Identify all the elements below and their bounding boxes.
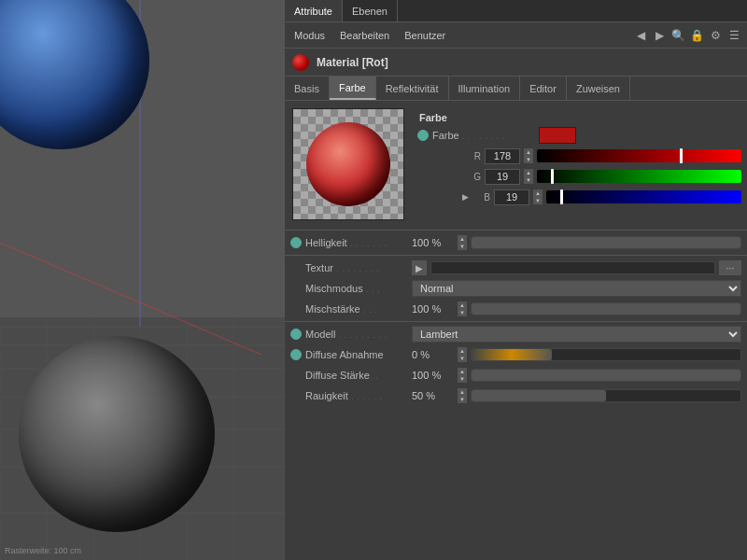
arrow-right-icon[interactable]: ▶ [652,28,667,43]
farbe-dot[interactable] [417,130,429,141]
modell-label: Modell . . . . . . . . . [305,329,408,340]
b-label: B [477,192,490,203]
diffuse-abnahme-down-btn[interactable]: ▼ [458,355,467,362]
toolbar-benutzer[interactable]: Benutzer [401,28,449,43]
modell-dropdown[interactable]: Lambert Phong Blinn [412,326,741,343]
modell-dot[interactable] [290,329,302,340]
tab-ebenen[interactable]: Ebenen [343,0,398,21]
diffuse-staerke-stepper[interactable]: ▲ ▼ [458,368,467,383]
toolbar-bearbeiten[interactable]: Bearbeiten [336,28,393,43]
diffuse-abnahme-label: Diffuse Abnahme [305,349,408,360]
textur-arrow-btn[interactable]: ▶ [412,260,427,275]
helligkeit-down-btn[interactable]: ▼ [458,243,467,250]
helligkeit-bar-wrap [471,236,741,249]
mischstaerke-stepper[interactable]: ▲ ▼ [458,301,467,316]
diffuse-staerke-bar [471,369,741,382]
toolbar-modus[interactable]: Modus [290,28,329,43]
mischmodus-row: Mischmodus . . . Normal Multiplizieren Ü… [285,278,747,299]
mischstaerke-up-btn[interactable]: ▲ [458,301,467,309]
mischstaerke-value: 100 % [412,303,454,315]
mischstaerke-label: Mischstärke . . . [305,303,408,315]
rauigkeit-label: Rauigkeit . . . . . . [305,390,408,401]
subtab-editor[interactable]: Editor [520,77,567,100]
preview-sphere [306,122,390,206]
textur-label: Textur . . . . . . . . [305,262,408,273]
panel-content: Farbe Farbe . . . . . . . . R ▲ ▼ [285,101,747,560]
g-label: G [468,172,481,182]
farbe-label: Farbe . . . . . . . . [432,130,535,141]
g-down-btn[interactable]: ▼ [524,176,533,184]
diffuse-abnahme-value: 0 % [412,349,454,360]
r-value-input[interactable] [485,148,520,164]
b-down-btn[interactable]: ▼ [533,197,543,204]
g-bar-wrap [537,170,741,183]
divider-3 [285,321,747,322]
mischmodus-label: Mischmodus . . . [305,283,408,294]
subtab-farbe[interactable]: Farbe [330,77,376,100]
dark-sphere [19,336,215,532]
subtab-illumination[interactable]: Illumination [449,77,521,100]
rauigkeit-up-btn[interactable]: ▲ [458,388,467,396]
menu-icon[interactable]: ☰ [726,28,741,43]
subtab-zuweisen[interactable]: Zuweisen [567,77,630,100]
preview-background [292,108,404,220]
viewport-label: Rasterweite: 100 cm [5,546,81,555]
diffuse-staerke-fill [472,370,740,381]
toolbar: Modus Bearbeiten Benutzer ◀ ▶ 🔍 🔒 ⚙ ☰ [285,22,747,49]
toolbar-right: ◀ ▶ 🔍 🔒 ⚙ ☰ [633,28,741,43]
farbe-color-swatch[interactable] [539,127,576,144]
subtab-reflektivitaet[interactable]: Reflektivität [376,77,449,100]
rauigkeit-fill [472,390,606,401]
panel-top-tabs: Attribute Ebenen [285,0,747,22]
helligkeit-up-btn[interactable]: ▲ [458,235,467,243]
g-value-input[interactable] [485,169,520,185]
material-header: Material [Rot] [285,49,747,77]
mischmodus-dropdown[interactable]: Normal Multiplizieren Überlagern [412,280,741,297]
mischstaerke-down-btn[interactable]: ▼ [458,309,467,316]
b-bar-wrap [546,190,741,203]
tab-attribute[interactable]: Attribute [285,0,343,21]
textur-bar [430,261,715,274]
rauigkeit-value: 50 % [412,390,454,401]
main-layout: Rasterweite: 100 cm Attribute Ebenen Mod… [0,0,747,560]
g-up-btn[interactable]: ▲ [524,169,533,176]
mischstaerke-bar [471,302,741,315]
arrow-left-icon[interactable]: ◀ [633,28,648,43]
r-up-btn[interactable]: ▲ [524,148,533,156]
material-preview [292,108,404,220]
b-stepper[interactable]: ▲ ▼ [533,189,543,204]
textur-dots-btn[interactable]: ··· [719,260,741,275]
rauigkeit-stepper[interactable]: ▲ ▼ [458,388,467,403]
mischstaerke-fill [472,303,740,315]
g-bar [537,170,741,183]
diffuse-abnahme-up-btn[interactable]: ▲ [458,347,467,355]
mischstaerke-bar-wrap [471,302,741,315]
lock-icon[interactable]: 🔒 [689,28,704,43]
diffuse-staerke-label: Diffuse Stärke... [305,370,408,381]
helligkeit-dot[interactable] [290,237,302,248]
diffuse-abnahme-bar [471,348,741,361]
r-stepper[interactable]: ▲ ▼ [524,148,533,163]
helligkeit-bar-fill [472,237,740,248]
g-stepper[interactable]: ▲ ▼ [524,169,533,184]
diffuse-abnahme-stepper[interactable]: ▲ ▼ [458,347,467,362]
viewport: Rasterweite: 100 cm [0,0,285,560]
b-up-btn[interactable]: ▲ [533,189,543,197]
diffuse-abnahme-dot[interactable] [290,349,302,360]
rauigkeit-down-btn[interactable]: ▼ [458,396,467,403]
r-down-btn[interactable]: ▼ [524,156,533,163]
mischstaerke-row: Mischstärke . . . 100 % ▲ ▼ [285,299,747,319]
search-icon[interactable]: 🔍 [670,28,685,43]
b-value-input[interactable] [494,189,529,205]
farbe-row: Farbe . . . . . . . . [412,125,747,146]
diffuse-staerke-up-btn[interactable]: ▲ [458,368,467,375]
farbe-section-label: Farbe [412,108,747,125]
settings-icon[interactable]: ⚙ [708,28,723,43]
textur-bar-wrap [430,261,715,274]
b-channel-row: ▶ B ▲ ▼ [412,187,747,207]
r-bar [537,149,741,162]
subtab-basis[interactable]: Basis [285,77,330,100]
diffuse-staerke-down-btn[interactable]: ▼ [458,375,467,383]
helligkeit-stepper[interactable]: ▲ ▼ [458,235,467,250]
material-title: Material [Rot] [317,56,388,69]
